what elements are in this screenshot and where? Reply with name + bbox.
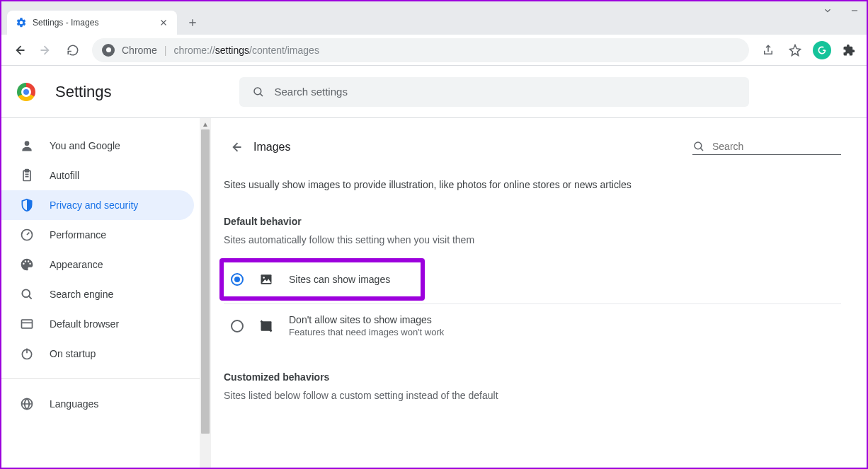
page-search-field[interactable]	[692, 140, 841, 155]
search-icon	[692, 140, 705, 153]
globe-icon	[20, 397, 34, 411]
radio-checked-icon[interactable]	[231, 273, 244, 286]
grammarly-extension-icon[interactable]	[810, 38, 834, 62]
svg-point-1	[25, 141, 30, 146]
bookmark-icon[interactable]	[783, 38, 807, 62]
customized-behaviors-subtext: Sites listed below follow a custom setti…	[224, 390, 841, 401]
sidebar-item-on-startup[interactable]: On startup	[1, 339, 194, 369]
sidebar-scrollbar[interactable]: ▲	[200, 118, 211, 468]
option-block-images[interactable]: Don't allow sites to show images Feature…	[224, 303, 841, 347]
power-icon	[20, 347, 34, 361]
settings-header: Settings Search settings	[1, 66, 867, 118]
browser-tab[interactable]: Settings - Images	[7, 11, 177, 35]
search-icon	[20, 287, 34, 301]
page-title: Images	[253, 141, 290, 154]
svg-point-9	[695, 142, 702, 149]
caret-down-icon[interactable]	[823, 6, 833, 16]
image-blocked-icon	[259, 319, 273, 333]
shield-icon	[20, 198, 34, 212]
sidebar-item-performance[interactable]: Performance	[1, 220, 194, 250]
default-behavior-heading: Default behavior	[224, 216, 841, 227]
svg-point-5	[22, 289, 30, 297]
sidebar-item-languages[interactable]: Languages	[1, 389, 194, 419]
svg-point-11	[263, 277, 265, 279]
svg-rect-3	[25, 170, 29, 172]
back-button[interactable]	[7, 38, 31, 62]
svg-point-0	[254, 88, 261, 95]
radio-unchecked-icon[interactable]	[231, 320, 244, 332]
option-label: Don't allow sites to show images	[289, 314, 444, 325]
sidebar-divider	[1, 378, 200, 379]
svg-rect-6	[22, 320, 33, 328]
default-behavior-subtext: Sites automatically follow this setting …	[224, 234, 841, 245]
sidebar-item-search-engine[interactable]: Search engine	[1, 279, 194, 309]
search-icon	[252, 86, 265, 98]
minimize-icon[interactable]	[850, 6, 860, 16]
highlight-annotation: Sites can show images	[219, 258, 425, 301]
sidebar-item-label: Appearance	[50, 259, 103, 270]
scrollbar-thumb[interactable]	[201, 129, 210, 434]
omnibox-label: Chrome	[122, 45, 157, 56]
sidebar-item-label: Privacy and security	[50, 199, 138, 211]
gear-icon	[16, 17, 27, 28]
share-icon[interactable]	[756, 38, 780, 62]
sidebar-item-label: Default browser	[50, 318, 119, 330]
browser-tab-strip: Settings - Images	[1, 1, 867, 35]
omnibox-url: chrome://settings/content/images	[173, 45, 319, 56]
sidebar-item-label: Autofill	[50, 170, 79, 181]
reload-button[interactable]	[61, 38, 85, 62]
clipboard-icon	[20, 168, 34, 183]
page-search-input[interactable]	[712, 141, 826, 152]
sidebar-item-label: Performance	[50, 229, 106, 241]
sidebar-item-label: You and Google	[50, 140, 120, 151]
close-tab-icon[interactable]	[159, 18, 169, 28]
extensions-icon[interactable]	[837, 38, 861, 62]
image-icon	[259, 272, 273, 286]
window-controls	[823, 6, 860, 16]
settings-search-field[interactable]: Search settings	[239, 77, 749, 107]
scroll-up-arrow-icon[interactable]: ▲	[200, 118, 211, 129]
page-description: Sites usually show images to provide ill…	[224, 179, 841, 190]
page-back-button[interactable]	[224, 135, 248, 159]
chrome-logo-icon	[17, 83, 35, 101]
sidebar-item-label: On startup	[50, 348, 96, 359]
person-icon	[20, 139, 34, 153]
sidebar-item-autofill[interactable]: Autofill	[1, 161, 194, 190]
chrome-page-icon	[102, 44, 115, 57]
sidebar-item-privacy-security[interactable]: Privacy and security	[1, 190, 194, 220]
new-tab-button[interactable]	[183, 13, 202, 33]
settings-content: Images Sites usually show images to prov…	[211, 118, 867, 468]
palette-icon	[20, 257, 34, 272]
sidebar-item-label: Languages	[50, 398, 98, 410]
window-icon	[20, 317, 34, 331]
sidebar-item-label: Search engine	[50, 289, 113, 300]
option-sublabel: Features that need images won't work	[289, 327, 444, 337]
forward-button[interactable]	[34, 38, 58, 62]
sidebar-item-default-browser[interactable]: Default browser	[1, 309, 194, 339]
speedometer-icon	[20, 228, 34, 242]
browser-toolbar: Chrome | chrome://settings/content/image…	[1, 35, 867, 66]
settings-sidebar: You and Google Autofill Privacy and secu…	[1, 118, 197, 419]
option-label: Sites can show images	[289, 274, 390, 285]
settings-app-title: Settings	[55, 83, 112, 101]
settings-search-placeholder: Search settings	[275, 86, 348, 98]
option-allow-images[interactable]: Sites can show images	[224, 262, 421, 296]
customized-behaviors-heading: Customized behaviors	[224, 371, 841, 383]
address-bar[interactable]: Chrome | chrome://settings/content/image…	[92, 38, 749, 62]
sidebar-item-you-and-google[interactable]: You and Google	[1, 131, 194, 161]
sidebar-item-appearance[interactable]: Appearance	[1, 250, 194, 279]
tab-title: Settings - Images	[33, 18, 98, 28]
